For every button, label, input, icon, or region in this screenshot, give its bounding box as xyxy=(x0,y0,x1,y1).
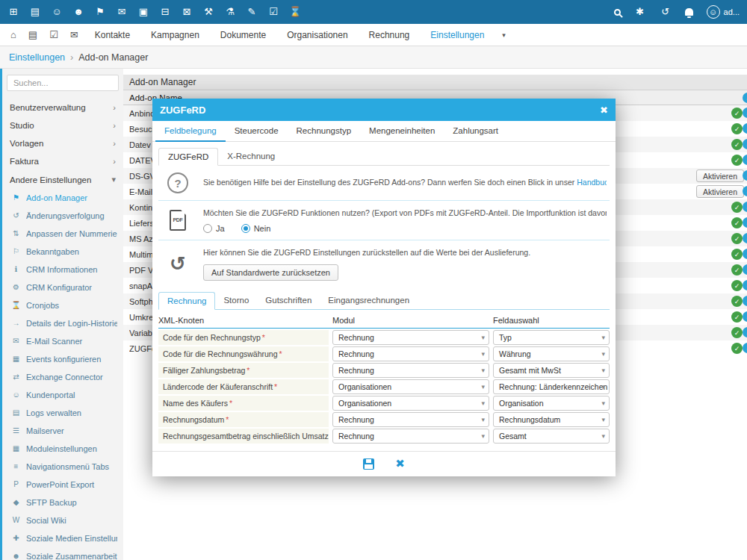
nav-dokumente[interactable]: Dokumente xyxy=(210,24,276,46)
sidebar-search-input[interactable] xyxy=(7,75,119,91)
history-icon[interactable]: ↺ xyxy=(660,0,672,24)
sidebar-item-social-wiki[interactable]: W Social Wiki xyxy=(2,511,123,529)
sidebar-group-andere-einstellungen[interactable]: Andere Einstellungen ▾ xyxy=(2,170,123,189)
tab-zugferd[interactable]: ZUGFeRD xyxy=(158,148,218,166)
chevron-down-icon[interactable]: ▾ xyxy=(495,31,513,39)
activate-button[interactable]: Aktivieren xyxy=(696,185,744,198)
grid-icon[interactable]: ⊞ xyxy=(7,0,19,24)
sidebar-item-kundenportal[interactable]: ☺ Kundenportal xyxy=(2,386,123,404)
modul-select[interactable]: Rechnung▾ xyxy=(332,429,489,444)
sidebar-item-soziale-zusammenarbeit[interactable]: ☻ Soziale Zusammenarbeit xyxy=(2,547,123,560)
sidebar-item-login-historie[interactable]: → Details der Login-Historie xyxy=(2,314,123,332)
tab-rechnung[interactable]: Rechnung xyxy=(158,292,215,310)
contact-icon[interactable]: ☺ xyxy=(51,0,63,24)
feld-select[interactable]: Rechnungsdatum▾ xyxy=(493,412,610,427)
documents-icon[interactable]: ⊟ xyxy=(159,0,171,24)
info-icon[interactable]: i xyxy=(743,280,747,290)
breadcrumb-einstellungen[interactable]: Einstellungen xyxy=(9,52,65,63)
calendar-icon[interactable]: ▤ xyxy=(22,29,43,40)
sidebar-item-logs[interactable]: ▤ Logs verwalten xyxy=(2,404,123,422)
info-icon[interactable]: i xyxy=(743,139,747,149)
modul-select[interactable]: Rechnung▾ xyxy=(332,330,489,345)
tab-rechnungstyp[interactable]: Rechnungstyp xyxy=(288,121,361,141)
active-status-icon[interactable]: ✓ xyxy=(731,233,743,244)
sidebar-group-benutzerverwaltung[interactable]: Benutzerverwaltung › xyxy=(2,99,123,116)
active-status-icon[interactable]: ✓ xyxy=(731,280,743,291)
projects-icon[interactable]: ⚗ xyxy=(224,0,236,24)
modul-select[interactable]: Rechnung▾ xyxy=(332,412,489,427)
sidebar-item-moduleinstellungen[interactable]: ▦ Moduleinstellungen xyxy=(2,440,123,458)
info-icon[interactable]: i xyxy=(743,108,747,118)
active-status-icon[interactable]: ✓ xyxy=(731,311,743,323)
cart-icon[interactable]: ⊠ xyxy=(181,0,193,24)
active-status-icon[interactable]: ✓ xyxy=(731,155,743,166)
sidebar-item-powerpoint-export[interactable]: P PowerPoint Export xyxy=(2,476,123,494)
active-status-icon[interactable]: ✓ xyxy=(731,217,743,228)
notes-icon[interactable]: ✎ xyxy=(246,0,258,24)
active-status-icon[interactable]: ✓ xyxy=(731,296,743,307)
nav-kontakte[interactable]: Kontakte xyxy=(84,24,140,46)
sidebar-item-cronjobs[interactable]: ⌛ Cronjobs xyxy=(2,296,123,314)
tab-feldbelegung[interactable]: Feldbelegung xyxy=(155,121,226,142)
info-icon[interactable]: i xyxy=(743,217,747,228)
notifications-icon[interactable] xyxy=(685,8,693,16)
active-status-icon[interactable]: ✓ xyxy=(731,123,743,134)
tab-zahlungsart[interactable]: Zahlungsart xyxy=(444,121,507,141)
tab-x-rechnung[interactable]: X-Rechnung xyxy=(218,148,284,165)
sidebar-item-crm-konfigurator[interactable]: ⚙ CRM Konfigurator xyxy=(2,279,123,296)
sidebar-item-mailserver[interactable]: ☰ Mailserver xyxy=(2,422,123,440)
info-icon[interactable]: i xyxy=(743,264,747,275)
nav-rechnung[interactable]: Rechnung xyxy=(359,24,421,46)
catalog-icon[interactable]: ▣ xyxy=(137,0,149,24)
reset-defaults-button[interactable]: Auf Standardwerte zurücksetzen xyxy=(203,264,338,281)
info-icon[interactable]: i xyxy=(743,249,747,259)
active-status-icon[interactable]: ✓ xyxy=(731,343,743,354)
quick-add-icon[interactable]: ✱ xyxy=(634,0,646,24)
radio-ja[interactable]: Ja xyxy=(203,224,225,233)
feld-select[interactable]: Gesamt▾ xyxy=(493,429,610,444)
active-status-icon[interactable]: ✓ xyxy=(731,108,743,119)
scheduler-icon[interactable]: ⌛ xyxy=(289,0,301,24)
sidebar-item-email-scanner[interactable]: ✉ E-Mail Scanner xyxy=(2,332,123,350)
info-icon[interactable]: i xyxy=(743,202,747,212)
mail-icon[interactable]: ✉ xyxy=(116,0,128,24)
sidebar-item-navigationsmenue-tabs[interactable]: ≡ Navigationsmenü Tabs xyxy=(2,458,123,476)
mail-icon[interactable]: ✉ xyxy=(64,29,84,40)
active-status-icon[interactable]: ✓ xyxy=(731,139,743,150)
modul-select[interactable]: Rechnung▾ xyxy=(332,346,489,361)
info-icon[interactable]: i xyxy=(743,296,747,306)
modul-select[interactable]: Organisationen▾ xyxy=(332,396,489,411)
save-icon[interactable] xyxy=(363,458,374,470)
modul-select[interactable]: Rechnung▾ xyxy=(332,363,489,378)
tab-mengeneinheiten[interactable]: Mengeneinheiten xyxy=(360,121,444,141)
tab-gutschriften[interactable]: Gutschriften xyxy=(257,292,320,309)
sidebar-item-crm-informationen[interactable]: ℹ CRM Informationen xyxy=(2,261,123,279)
info-icon[interactable]: i xyxy=(743,343,747,353)
active-status-icon[interactable]: ✓ xyxy=(731,249,743,260)
sidebar-group-studio[interactable]: Studio › xyxy=(2,116,123,134)
active-status-icon[interactable]: ✓ xyxy=(731,327,743,338)
sidebar-group-vorlagen[interactable]: Vorlagen › xyxy=(2,134,123,152)
tab-steuercode[interactable]: Steuercode xyxy=(226,121,288,141)
sidebar-item-nummerierung[interactable]: ⇅ Anpassen der Nummerierung xyxy=(2,225,123,243)
tab-storno[interactable]: Storno xyxy=(215,292,257,309)
user-menu[interactable]: ☺ ad... xyxy=(707,5,740,19)
handbuch-link[interactable]: Handbuch xyxy=(577,178,607,187)
sidebar-item-sftp-backup[interactable]: ◆ SFTP Backup xyxy=(2,494,123,511)
info-icon[interactable]: i xyxy=(743,233,747,243)
feld-select[interactable]: Organisation▾ xyxy=(493,396,610,411)
search-icon[interactable] xyxy=(614,9,621,16)
sidebar-item-events[interactable]: ▦ Events konfigurieren xyxy=(2,350,123,368)
sidebar-item-addon-manager[interactable]: ⚑ Add-on Manager xyxy=(2,189,123,207)
info-icon[interactable]: i xyxy=(743,155,747,165)
modul-select[interactable]: Organisationen▾ xyxy=(332,379,489,394)
tab-eingangsrechnungen[interactable]: Eingangsrechnungen xyxy=(320,292,418,309)
nav-kampagnen[interactable]: Kampagnen xyxy=(140,24,210,46)
info-icon[interactable]: i xyxy=(743,93,747,103)
feld-select[interactable]: Rechnung: Länderkennzeichen▾ xyxy=(493,379,610,394)
feld-select[interactable]: Typ▾ xyxy=(493,330,610,345)
events-icon[interactable]: ☑ xyxy=(267,0,279,24)
active-status-icon[interactable]: ✓ xyxy=(731,202,743,213)
feld-select[interactable]: Gesamt mit MwSt▾ xyxy=(493,363,610,378)
home-icon[interactable]: ⌂ xyxy=(4,29,22,40)
